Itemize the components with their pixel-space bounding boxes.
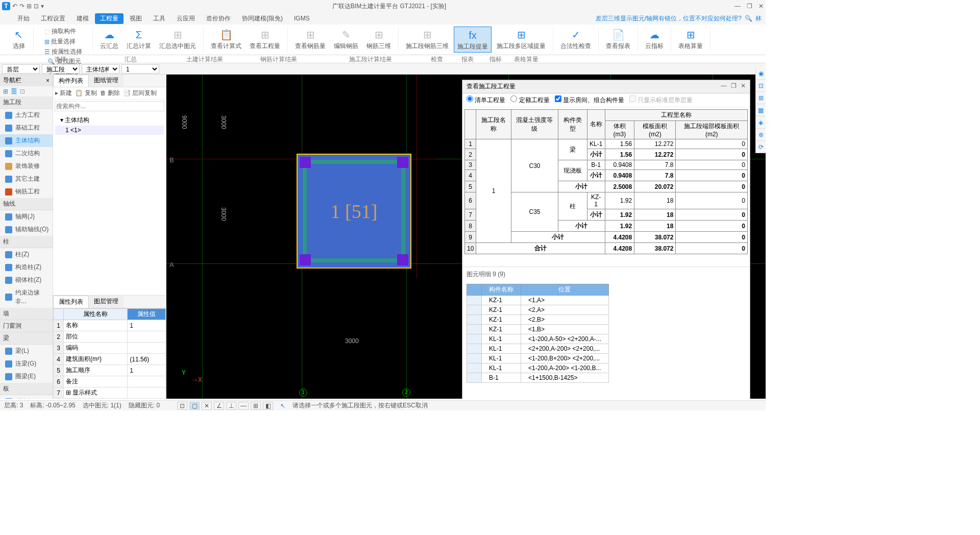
detail-row[interactable]: KZ-1<1,B>	[467, 325, 609, 334]
tab-tools[interactable]: 工具	[148, 13, 170, 24]
nav-item[interactable]: 其它土建	[0, 173, 53, 185]
nav-item[interactable]: 柱(Z)	[0, 248, 53, 261]
edit-rebar[interactable]: ✎编辑钢筋	[331, 27, 361, 52]
floor-select[interactable]: 首层	[2, 64, 40, 74]
summary-calc[interactable]: Σ汇总计算	[124, 27, 154, 52]
tab-view[interactable]: 视图	[125, 13, 147, 24]
property-row[interactable]: 4建筑面积(m²)(11.56)	[54, 354, 166, 365]
nav-mode-icon[interactable]: ⊞	[3, 88, 8, 95]
rtool-icon[interactable]: ⊕	[756, 129, 766, 141]
tool-icon[interactable]: ⊞	[251, 402, 261, 410]
tab-pricing[interactable]: 造价协作	[201, 13, 236, 24]
tree-root[interactable]: ▾ 主体结构	[55, 115, 164, 126]
nav-item[interactable]: 现浇板(B)	[0, 395, 53, 399]
seg-multi-extract[interactable]: ⊞施工段多区域提量	[494, 27, 549, 53]
nav-item[interactable]: 基础工程	[0, 121, 53, 134]
nav-category[interactable]: 板	[0, 383, 53, 395]
cloud-summary[interactable]: ☁云汇总	[97, 27, 121, 52]
detail-row[interactable]: KZ-1<2,B>	[467, 315, 609, 325]
select-button[interactable]: ↖选择	[9, 27, 29, 52]
detail-row[interactable]: B-1<1+1500,B-1425>	[467, 373, 609, 383]
rtool-icon[interactable]: ◉	[756, 67, 766, 80]
tool-icon[interactable]: ✕	[202, 402, 212, 410]
rtool-icon[interactable]: ⊡	[756, 80, 766, 92]
chk-show-room[interactable]: 显示房间、组合构件量	[555, 95, 624, 105]
maximize-icon[interactable]: ❐	[731, 82, 737, 91]
collapse-icon[interactable]: ×	[46, 77, 50, 84]
table-qty[interactable]: ⊞表格算量	[675, 27, 706, 52]
tool-icon[interactable]: ⊡	[177, 402, 187, 410]
nav-category[interactable]: 梁	[0, 332, 53, 345]
tab-collab[interactable]: 协同建模(限免)	[237, 13, 288, 24]
element-select[interactable]: 1	[121, 64, 159, 74]
quantity-table[interactable]: 施工段名称混凝土强度等级构件类型名称工程里名称 体积(m3)模板面积(m2)施工…	[462, 107, 750, 256]
property-row[interactable]: 6备注	[54, 376, 166, 387]
tool-icon[interactable]: ▢	[189, 402, 200, 410]
rebar-3d[interactable]: ⊞钢筋三维	[363, 27, 394, 52]
undo-icon[interactable]: ↶	[12, 3, 17, 10]
minimize-icon[interactable]: —	[721, 82, 727, 91]
user-label[interactable]: 林	[755, 14, 762, 23]
batch-select[interactable]: ⊞批量选择	[43, 37, 84, 46]
segment-shape[interactable]: 1 [51]	[297, 154, 411, 269]
qat-btn[interactable]: ⊞	[27, 3, 32, 10]
nav-item[interactable]: 砌体柱(Z)	[0, 274, 53, 286]
nav-item[interactable]: 辅助轴线(O)	[0, 223, 53, 236]
tab-igms[interactable]: IGMS	[289, 14, 315, 23]
nav-item[interactable]: 钢筋工程	[0, 185, 53, 198]
nav-item[interactable]: 轴网(J)	[0, 210, 53, 223]
nav-item[interactable]: 连梁(G)	[0, 357, 53, 370]
tab-start[interactable]: 开始	[12, 13, 35, 24]
rtool-icon[interactable]: ▦	[756, 104, 766, 116]
copy-button[interactable]: 📋 复制	[75, 89, 96, 98]
tool-icon[interactable]: ∠	[214, 402, 224, 410]
nav-category[interactable]: 门窗洞	[0, 320, 53, 332]
chk-std-floor[interactable]: 只显示标准层单层量	[629, 95, 693, 105]
type-select[interactable]: 主体结构	[82, 64, 119, 74]
nav-item[interactable]: 主体结构	[0, 134, 53, 147]
seg-extract-qty[interactable]: fx施工段提量	[454, 27, 492, 53]
tool-icon[interactable]: ⊥	[226, 402, 236, 410]
validity-check[interactable]: ✓合法性检查	[557, 27, 594, 52]
redo-icon[interactable]: ↷	[19, 3, 24, 10]
nav-mode-icon[interactable]: ⊡	[20, 88, 25, 95]
radio-list-qty[interactable]: 清单工程量	[467, 95, 505, 105]
tab-layers[interactable]: 图层管理	[89, 296, 124, 308]
radio-quota-qty[interactable]: 定额工程量	[510, 95, 549, 105]
rtool-icon[interactable]: ⊞	[756, 92, 766, 104]
view-quantity[interactable]: ⊞查看工程量	[247, 27, 283, 52]
property-row[interactable]: 5施工顺序1	[54, 365, 166, 376]
detail-row[interactable]: KZ-1<1,A>	[467, 296, 609, 305]
nav-category[interactable]: 轴线	[0, 198, 53, 210]
tab-cloud[interactable]: 云应用	[172, 13, 200, 24]
nav-item[interactable]: 土方工程	[0, 109, 53, 121]
detail-row[interactable]: KL-1<1-200,A-200> <1-200,B...	[467, 363, 609, 373]
tab-project-settings[interactable]: 工程设置	[36, 13, 70, 24]
tab-quantity[interactable]: 工程量	[95, 13, 124, 24]
tab-properties[interactable]: 属性列表	[53, 296, 89, 308]
nav-item[interactable]: 二次结构	[0, 147, 53, 160]
search-icon[interactable]: 🔍	[745, 15, 752, 22]
nav-item[interactable]: 圈梁(E)	[0, 370, 53, 383]
nav-category[interactable]: 墙	[0, 308, 53, 320]
property-row[interactable]: 3编码	[54, 343, 166, 354]
tab-modeling[interactable]: 建模	[71, 13, 94, 24]
property-row[interactable]: 7⊞ 显示样式	[54, 387, 166, 399]
cloud-index[interactable]: ☁云指标	[642, 27, 667, 52]
summary-selected[interactable]: ⊞汇总选中图元	[156, 27, 199, 52]
view-rebar-qty[interactable]: ⊞查看钢筋量	[292, 27, 329, 52]
tab-drawing-mgmt[interactable]: 图纸管理	[89, 75, 124, 87]
rtool-icon[interactable]: ⟳	[756, 141, 766, 153]
nav-category[interactable]: 施工段	[0, 96, 53, 109]
component-tree[interactable]: ▾ 主体结构 1 <1>	[53, 113, 166, 295]
detail-row[interactable]: KL-1<2+200,A-200> <2+200,...	[467, 344, 609, 354]
property-row[interactable]: 1名称1	[54, 320, 166, 331]
view-formula[interactable]: 📋查看计算式	[208, 27, 244, 52]
minimize-icon[interactable]: —	[734, 3, 741, 10]
nav-item[interactable]: 装饰装修	[0, 160, 53, 173]
maximize-icon[interactable]: ❐	[747, 3, 752, 10]
tool-icon[interactable]: ◧	[263, 402, 273, 410]
detail-row[interactable]: KL-1<1-200,A-50> <2+200,A-...	[467, 334, 609, 344]
search-input[interactable]	[55, 101, 164, 111]
help-text[interactable]: 差层三维显示图元/轴网有错位，位置不对应如何处理?	[596, 14, 742, 23]
